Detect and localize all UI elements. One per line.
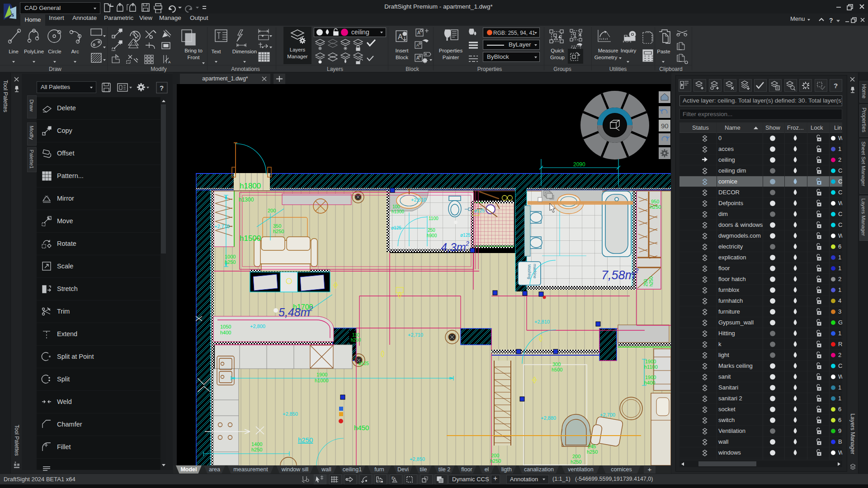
svg-text:+2,800: +2,800 bbox=[250, 324, 265, 329]
svg-text:h250: h250 bbox=[351, 338, 361, 343]
svg-text:200: 200 bbox=[268, 208, 276, 213]
svg-text:h250: h250 bbox=[587, 449, 598, 455]
svg-text:100: 100 bbox=[392, 204, 400, 209]
svg-text:200: 200 bbox=[572, 454, 580, 459]
svg-text:250: 250 bbox=[643, 279, 648, 286]
svg-text:1000: 1000 bbox=[225, 254, 236, 259]
svg-text:950: 950 bbox=[651, 199, 659, 204]
svg-text:h400: h400 bbox=[644, 380, 655, 385]
svg-text:A: A bbox=[168, 60, 171, 64]
svg-text:1400: 1400 bbox=[251, 441, 262, 447]
svg-text:h500: h500 bbox=[552, 367, 562, 372]
svg-text:+2,700: +2,700 bbox=[600, 412, 615, 418]
svg-text:h250: h250 bbox=[273, 229, 284, 234]
svg-text:h250: h250 bbox=[225, 259, 236, 265]
svg-text:A: A bbox=[398, 33, 403, 41]
svg-text:h1000: h1000 bbox=[315, 378, 329, 383]
svg-text:h1300: h1300 bbox=[239, 197, 254, 203]
svg-text:7,58m: 7,58m bbox=[601, 268, 635, 282]
svg-text:h250: h250 bbox=[649, 276, 654, 286]
svg-text:130: 130 bbox=[352, 333, 360, 338]
svg-text:1900: 1900 bbox=[645, 375, 656, 380]
svg-text:1900: 1900 bbox=[316, 372, 327, 377]
svg-text:+2,850: +2,850 bbox=[283, 411, 298, 417]
svg-text:2: 2 bbox=[309, 305, 313, 312]
svg-text:h250: h250 bbox=[650, 204, 661, 210]
svg-text:h1300: h1300 bbox=[392, 209, 404, 214]
svg-text:ø125: ø125 bbox=[474, 208, 485, 213]
svg-text:300: 300 bbox=[552, 361, 561, 367]
svg-text:4,3m: 4,3m bbox=[441, 241, 466, 253]
svg-text:+2,880: +2,880 bbox=[541, 415, 556, 421]
svg-text:h250: h250 bbox=[490, 458, 501, 464]
svg-text:h450: h450 bbox=[354, 424, 369, 432]
svg-text:?: ? bbox=[829, 17, 833, 24]
svg-text:5,48m: 5,48m bbox=[278, 306, 310, 319]
svg-text:Washing: Washing bbox=[527, 264, 532, 279]
svg-text:ø125: ø125 bbox=[391, 225, 401, 230]
svg-text:s: s bbox=[11, 11, 14, 18]
svg-text:A: A bbox=[416, 43, 419, 47]
svg-text:h400: h400 bbox=[220, 330, 231, 335]
svg-text:245: 245 bbox=[588, 444, 596, 449]
svg-text:h1100: h1100 bbox=[644, 364, 658, 370]
svg-text:1900: 1900 bbox=[645, 359, 656, 364]
svg-text:90: 90 bbox=[661, 122, 669, 130]
svg-text:h250: h250 bbox=[251, 447, 262, 452]
svg-text:A: A bbox=[417, 30, 420, 35]
svg-text:+2,810: +2,810 bbox=[411, 197, 426, 202]
svg-text:h900: h900 bbox=[427, 233, 437, 238]
svg-text:h250: h250 bbox=[298, 436, 313, 444]
svg-text:?: ? bbox=[834, 82, 838, 89]
svg-text:machine: machine bbox=[533, 264, 537, 278]
svg-text:2: 2 bbox=[465, 240, 469, 247]
svg-text:+2,710: +2,710 bbox=[408, 332, 423, 338]
svg-text:+2,710: +2,710 bbox=[214, 224, 230, 229]
svg-text:250: 250 bbox=[428, 228, 435, 233]
svg-text:h1500: h1500 bbox=[240, 234, 261, 243]
svg-text:1050: 1050 bbox=[220, 324, 231, 329]
svg-text:350: 350 bbox=[273, 223, 281, 229]
svg-text:+2,810: +2,810 bbox=[534, 319, 550, 324]
svg-text:h250: h250 bbox=[571, 459, 581, 465]
svg-text:ø125: ø125 bbox=[460, 233, 471, 238]
svg-text:ø125: ø125 bbox=[359, 361, 369, 366]
svg-text:EN: EN bbox=[377, 480, 381, 483]
svg-text:2: 2 bbox=[634, 267, 639, 274]
svg-text:1100: 1100 bbox=[429, 216, 439, 221]
svg-text:?: ? bbox=[160, 84, 164, 92]
svg-text:+2,850: +2,850 bbox=[410, 456, 425, 462]
svg-text:h1800: h1800 bbox=[240, 182, 261, 190]
svg-text:200: 200 bbox=[491, 453, 499, 458]
